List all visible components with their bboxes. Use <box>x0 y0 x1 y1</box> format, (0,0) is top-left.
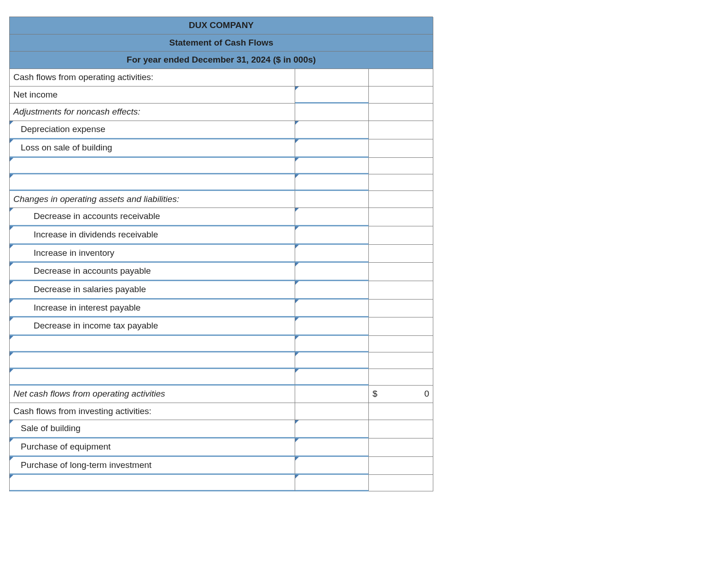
line-item-select[interactable] <box>10 369 295 386</box>
line-item-text: Increase in inventory <box>34 248 114 259</box>
amount-input[interactable] <box>295 208 369 226</box>
amount-input[interactable] <box>295 121 369 139</box>
amount-input[interactable] <box>295 438 369 457</box>
line-item-select[interactable]: Increase in inventory <box>10 245 295 263</box>
line-item-select[interactable]: Increase in dividends receivable <box>10 226 295 245</box>
total-cell <box>369 457 433 475</box>
total-cell <box>369 86 433 104</box>
line-item-select[interactable]: Loss on sale of building <box>10 139 295 158</box>
table-row: Decrease in income tax payable <box>10 317 433 336</box>
line-item-label: Changes in operating assets and liabilit… <box>10 191 295 208</box>
amount-input[interactable] <box>295 139 369 158</box>
total-cell <box>369 352 433 369</box>
table-row: Increase in dividends receivable <box>10 226 433 245</box>
total-cell <box>369 69 433 86</box>
amount-input[interactable] <box>295 352 369 369</box>
total-cell <box>369 158 433 174</box>
table-row <box>10 352 433 369</box>
table-row: Increase in inventory <box>10 245 433 263</box>
line-item-select[interactable]: Sale of building <box>10 420 295 438</box>
line-item-select[interactable]: Decrease in salaries payable <box>10 281 295 300</box>
amount-input[interactable] <box>295 245 369 263</box>
table-row <box>10 475 433 491</box>
table-row: Cash flows from operating activities: <box>10 69 433 86</box>
total-cell <box>369 475 433 491</box>
line-item-select[interactable]: Purchase of equipment <box>10 438 295 457</box>
line-item-label: Adjustments for noncash effects: <box>10 104 295 121</box>
amount-input[interactable] <box>295 158 369 174</box>
line-item-select[interactable]: Depreciation expense <box>10 121 295 139</box>
line-item-text: Purchase of long-term investment <box>21 460 151 471</box>
line-item-text: Changes in operating assets and liabilit… <box>13 194 179 205</box>
amount-input[interactable] <box>295 281 369 300</box>
amount-input[interactable] <box>295 86 369 104</box>
amount-cell <box>295 191 369 208</box>
amount-input[interactable] <box>295 226 369 245</box>
table-row: Net cash flows from operating activities… <box>10 386 433 403</box>
total-cell <box>369 245 433 263</box>
total-cell <box>369 438 433 457</box>
amount-cell <box>295 403 369 421</box>
header-company: DUX COMPANY <box>10 17 433 35</box>
line-item-text: Cash flows from investing activities: <box>13 406 151 417</box>
line-item-text: Depreciation expense <box>21 124 105 135</box>
line-item-select[interactable]: Decrease in accounts receivable <box>10 208 295 226</box>
line-item-select[interactable] <box>10 158 295 174</box>
amount-input[interactable] <box>295 336 369 352</box>
line-item-text: Loss on sale of building <box>21 142 112 154</box>
line-item-text: Increase in interest payable <box>34 302 140 314</box>
table-row: Adjustments for noncash effects: <box>10 104 433 121</box>
total-cell <box>369 336 433 352</box>
total-cell <box>369 104 433 121</box>
amount-cell <box>295 104 369 121</box>
line-item-text: Increase in dividends receivable <box>34 229 158 241</box>
table-row: Increase in interest payable <box>10 300 433 318</box>
amount-input[interactable] <box>295 475 369 491</box>
amount-input[interactable] <box>295 457 369 475</box>
amount-input[interactable] <box>295 300 369 318</box>
line-item-select[interactable]: Decrease in income tax payable <box>10 317 295 336</box>
line-item-select[interactable] <box>10 174 295 191</box>
amount-cell <box>295 69 369 86</box>
subtotal-value: 0 <box>424 388 429 400</box>
table-row <box>10 158 433 174</box>
amount-input[interactable] <box>295 174 369 191</box>
line-item-select[interactable] <box>10 352 295 369</box>
header-period: For year ended December 31, 2024 ($ in 0… <box>10 52 433 69</box>
line-item-label: Cash flows from investing activities: <box>10 403 295 421</box>
line-item-text: Net income <box>13 89 58 101</box>
line-item-text: Net cash flows from operating activities <box>13 388 165 400</box>
line-item-text: Adjustments for noncash effects: <box>13 106 140 118</box>
line-item-text: Decrease in salaries payable <box>34 284 146 295</box>
table-row <box>10 174 433 191</box>
amount-input[interactable] <box>295 263 369 281</box>
table-row: Changes in operating assets and liabilit… <box>10 191 433 208</box>
line-item-text: Decrease in accounts payable <box>34 265 151 277</box>
table-row: Decrease in accounts receivable <box>10 208 433 226</box>
amount-input[interactable] <box>295 369 369 386</box>
table-row: Sale of building <box>10 420 433 438</box>
line-item-label: Net cash flows from operating activities <box>10 386 295 403</box>
table-row: Cash flows from investing activities: <box>10 403 433 421</box>
line-item-select[interactable] <box>10 336 295 352</box>
table-row: Purchase of long-term investment <box>10 457 433 475</box>
table-row: Decrease in salaries payable <box>10 281 433 300</box>
line-item-select[interactable]: Purchase of long-term investment <box>10 457 295 475</box>
total-cell <box>369 281 433 300</box>
total-cell <box>369 174 433 191</box>
line-item-label: Net income <box>10 86 295 104</box>
total-cell <box>369 139 433 158</box>
line-item-select[interactable] <box>10 475 295 491</box>
amount-input[interactable] <box>295 420 369 438</box>
total-cell <box>369 300 433 318</box>
line-item-select[interactable]: Increase in interest payable <box>10 300 295 318</box>
total-cell <box>369 369 433 386</box>
line-item-select[interactable]: Decrease in accounts payable <box>10 263 295 281</box>
total-cell <box>369 317 433 336</box>
amount-cell <box>295 386 369 403</box>
table-row <box>10 369 433 386</box>
amount-input[interactable] <box>295 317 369 336</box>
total-cell <box>369 191 433 208</box>
line-item-text: Decrease in accounts receivable <box>34 211 160 222</box>
table-row <box>10 336 433 352</box>
